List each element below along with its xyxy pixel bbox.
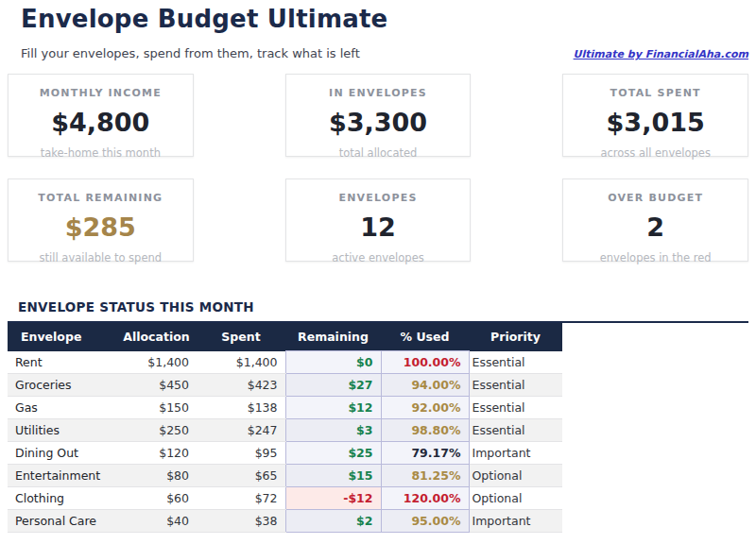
stat-card: MONTHLY INCOME $4,800 take-home this mon… — [8, 74, 194, 157]
table-row: Entertainment$80$65$1581.25%Optional — [8, 465, 562, 487]
column-header: Envelope — [8, 323, 116, 351]
column-header: Allocation — [116, 323, 197, 351]
cell-envelope: Personal Care — [8, 510, 116, 533]
stat-card-value: $3,300 — [286, 108, 471, 137]
cell-remaining[interactable]: $2 — [285, 510, 381, 533]
table-row: Clothing$60$72-$12120.00%Optional — [8, 487, 562, 510]
cell-priority: Essential — [469, 397, 562, 419]
cell-allocation: $150 — [116, 397, 197, 419]
stat-card: TOTAL SPENT $3,015 across all envelopes — [562, 74, 748, 157]
cell-used[interactable]: 98.80% — [381, 419, 469, 442]
stat-card-label: MONTHLY INCOME — [9, 87, 193, 99]
cell-used[interactable]: 94.00% — [381, 374, 469, 397]
stat-cards: MONTHLY INCOME $4,800 take-home this mon… — [8, 74, 748, 262]
cell-allocation: $250 — [116, 419, 197, 442]
cell-envelope: Gas — [8, 397, 116, 419]
table-row: Groceries$450$423$2794.00%Essential — [8, 374, 562, 397]
stat-card-caption: total allocated — [286, 146, 471, 160]
table-row: Dining Out$120$95$2579.17%Important — [8, 442, 562, 465]
cell-envelope: Rent — [8, 351, 116, 374]
cell-envelope: Groceries — [8, 374, 116, 397]
stat-card: OVER BUDGET 2 envelopes in the red — [562, 178, 748, 262]
cell-spent: $1,400 — [197, 351, 285, 374]
cell-used[interactable]: 100.00% — [381, 351, 469, 374]
stat-card-label: IN ENVELOPES — [286, 87, 471, 99]
cell-used[interactable]: 92.00% — [381, 397, 469, 419]
cell-allocation: $1,400 — [116, 351, 197, 374]
table-body: Rent$1,400$1,400$0100.00%EssentialGrocer… — [8, 351, 562, 533]
cell-priority: Important — [469, 510, 562, 533]
cell-envelope: Utilities — [8, 419, 116, 442]
stat-card-value: 2 — [563, 212, 747, 242]
cell-used[interactable]: 79.17% — [381, 442, 469, 465]
stat-card-label: OVER BUDGET — [563, 192, 747, 204]
cell-envelope: Clothing — [8, 487, 116, 510]
cell-priority: Essential — [469, 419, 562, 442]
column-header: % Used — [381, 323, 469, 351]
stat-card: ENVELOPES 12 active envelopes — [285, 178, 472, 262]
header-row: EnvelopeAllocationSpentRemaining% UsedPr… — [8, 323, 562, 351]
cell-remaining[interactable]: $27 — [285, 374, 381, 397]
stat-card-caption: active envelopes — [286, 251, 471, 264]
cell-used[interactable]: 120.00% — [381, 487, 469, 510]
cell-envelope: Entertainment — [8, 465, 116, 487]
cell-spent: $72 — [197, 487, 285, 510]
cell-priority: Optional — [469, 465, 562, 487]
page-header: Envelope Budget Ultimate — [8, 6, 748, 34]
table-row: Rent$1,400$1,400$0100.00%Essential — [8, 351, 562, 374]
stat-card-label: TOTAL SPENT — [563, 87, 747, 99]
envelope-table-container: EnvelopeAllocationSpentRemaining% UsedPr… — [8, 321, 748, 534]
stat-card: IN ENVELOPES $3,300 total allocated — [285, 74, 472, 157]
cell-allocation: $450 — [116, 374, 197, 397]
envelope-table: EnvelopeAllocationSpentRemaining% UsedPr… — [8, 323, 562, 534]
cell-priority: Important — [469, 442, 562, 465]
cell-priority: Optional — [469, 487, 562, 510]
stat-card-label: ENVELOPES — [286, 192, 471, 204]
stat-card-value: 12 — [286, 212, 471, 242]
cell-spent: $65 — [197, 465, 285, 487]
cell-spent: $138 — [197, 397, 285, 419]
cell-allocation: $60 — [116, 487, 197, 510]
column-header: Priority — [469, 323, 562, 351]
page-subtitle: Fill your envelopes, spend from them, tr… — [21, 46, 360, 60]
cell-remaining[interactable]: $12 — [285, 397, 381, 419]
cell-remaining[interactable]: $25 — [285, 442, 381, 465]
cell-spent: $423 — [197, 374, 285, 397]
stat-card-caption: across all envelopes — [563, 146, 747, 160]
subtitle-row: Fill your envelopes, spend from them, tr… — [8, 46, 748, 60]
cell-used[interactable]: 95.00% — [381, 510, 469, 533]
cell-spent: $38 — [197, 510, 285, 533]
cell-priority: Essential — [469, 351, 562, 374]
table-head: EnvelopeAllocationSpentRemaining% UsedPr… — [8, 323, 562, 351]
stat-card-caption: take-home this month — [9, 146, 193, 160]
stat-card-label: TOTAL REMAINING — [9, 192, 193, 204]
cell-priority: Essential — [469, 374, 562, 397]
table-row: Gas$150$138$1292.00%Essential — [8, 397, 562, 419]
stat-card-value: $4,800 — [9, 108, 193, 137]
column-header: Spent — [197, 323, 285, 351]
column-header: Remaining — [285, 323, 381, 351]
section-title: ENVELOPE STATUS THIS MONTH — [8, 299, 748, 314]
cell-envelope: Dining Out — [8, 442, 116, 465]
cell-remaining[interactable]: -$12 — [285, 487, 381, 510]
stat-card: TOTAL REMAINING $285 still available to … — [8, 178, 194, 262]
cell-used[interactable]: 81.25% — [381, 465, 469, 487]
cell-spent: $247 — [197, 419, 285, 442]
table-row: Utilities$250$247$398.80%Essential — [8, 419, 562, 442]
cell-allocation: $80 — [116, 465, 197, 487]
brand-link[interactable]: Ultimate by FinancialAha.com — [574, 48, 748, 60]
table-row: Personal Care$40$38$295.00%Important — [8, 510, 562, 533]
cell-remaining[interactable]: $15 — [285, 465, 381, 487]
cell-remaining[interactable]: $0 — [285, 351, 381, 374]
cell-allocation: $120 — [116, 442, 197, 465]
cell-spent: $95 — [197, 442, 285, 465]
cell-allocation: $40 — [116, 510, 197, 533]
stat-card-caption: still available to spend — [9, 251, 193, 264]
stat-card-value: $285 — [9, 212, 193, 242]
stat-card-caption: envelopes in the red — [563, 251, 747, 264]
page-title: Envelope Budget Ultimate — [21, 6, 748, 34]
page: Envelope Budget Ultimate Fill your envel… — [0, 0, 756, 533]
stat-card-value: $3,015 — [563, 108, 747, 137]
cell-remaining[interactable]: $3 — [285, 419, 381, 442]
